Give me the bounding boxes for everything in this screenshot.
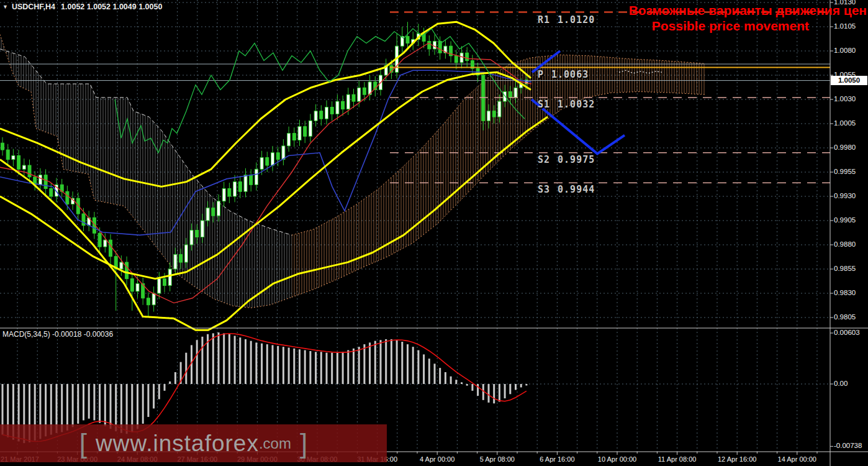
pivot-label-s1: S11.0032 (538, 99, 595, 110)
macd-axis-label: 0.00 (834, 380, 848, 387)
price-axis-label: 0.9955 (834, 168, 856, 175)
chart-window: ▼ USDCHF,H4 1.0052 1.0052 1.0049 1.0050 … (0, 0, 868, 466)
macd-axis-label: -0.00738 (834, 442, 862, 449)
pivot-label-p: P1.0063 (538, 69, 589, 80)
macd-axis-label: 0.00603 (834, 329, 860, 336)
price-axis-label: 1.0005 (834, 119, 856, 127)
price-axis-label: 0.9905 (834, 216, 856, 224)
pivot-name: R1 (538, 14, 550, 25)
price-axis-label: 0.9805 (834, 313, 856, 321)
price-axis-label: 0.9830 (834, 289, 856, 296)
price-axis-label: 1.0105 (834, 22, 856, 30)
pivot-label-s3: S30.9944 (538, 184, 595, 195)
symbol-dropdown-icon[interactable]: ▼ (2, 4, 8, 10)
watermark-bracket-right-icon: ] (300, 428, 307, 459)
pivot-value: 1.0032 (558, 99, 595, 110)
price-axis-label: 0.9980 (834, 144, 856, 151)
pivot-value: 0.9975 (558, 154, 595, 165)
pivot-value: 0.9944 (558, 184, 595, 195)
price-axis-label: 0.9880 (834, 240, 856, 248)
price-axis-label: 1.0080 (834, 47, 856, 54)
time-axis-label: 10 Apr 00:00 (598, 455, 636, 463)
symbol-timeframe-label: USDCHF,H4 (12, 2, 55, 11)
price-chart-canvas[interactable] (0, 0, 868, 466)
price-axis-label: 1.0030 (834, 95, 856, 103)
price-axis-label: 0.9855 (834, 265, 856, 272)
pivot-name: P (538, 69, 544, 80)
pivot-value: 1.0063 (551, 69, 589, 80)
pivot-name: S3 (538, 184, 550, 195)
pivot-value: 1.0120 (558, 14, 595, 25)
pivot-name: S2 (538, 154, 550, 165)
time-axis-label: 6 Apr 16:00 (540, 455, 574, 463)
time-axis-label: 11 Apr 08:00 (658, 455, 697, 463)
pivot-label-r1: R11.0120 (538, 14, 595, 25)
time-axis-label: 4 Apr 00:00 (420, 455, 454, 463)
pivot-label-s2: S20.9975 (538, 154, 595, 165)
time-axis-label: 5 Apr 08:00 (480, 455, 515, 463)
watermark-tld-text: .com (259, 435, 291, 452)
annotation-text-en[interactable]: Possible price movement (652, 19, 809, 34)
current-price-tag: 1.0050 (831, 76, 867, 85)
watermark-bracket-left-icon: [ (79, 428, 87, 459)
broker-watermark: [ www.instaforex .com ] (0, 424, 387, 462)
price-axis-label: 0.9930 (834, 192, 856, 199)
ohlc-quotes-label: 1.0052 1.0052 1.0049 1.0050 (61, 2, 162, 11)
pivot-name: S1 (538, 99, 550, 110)
annotation-text-ru[interactable]: Возможные варианты движения цен (629, 3, 867, 18)
macd-indicator-label: MACD(5,34,5) -0.00018 -0.00036 (2, 330, 113, 339)
chart-title-bar: ▼ USDCHF,H4 1.0052 1.0052 1.0049 1.0050 (2, 2, 162, 11)
time-axis-label: 12 Apr 16:00 (718, 455, 756, 463)
watermark-site-text: www.instaforex (96, 431, 259, 457)
time-axis-label: 14 Apr 00:00 (778, 455, 816, 463)
